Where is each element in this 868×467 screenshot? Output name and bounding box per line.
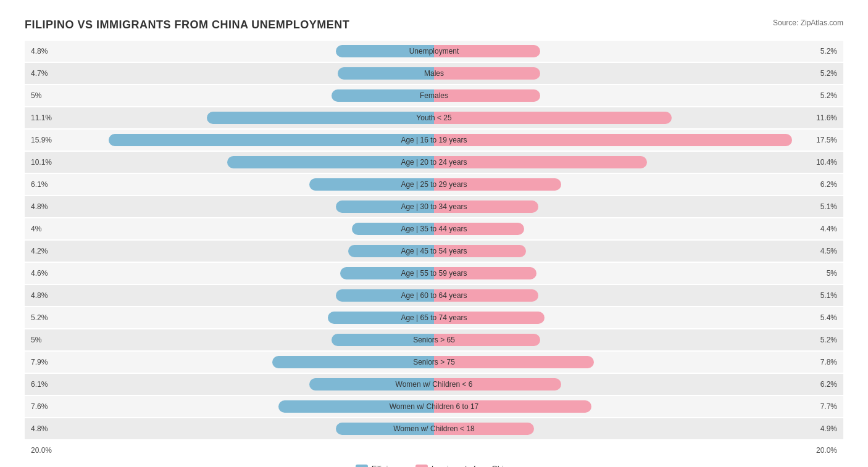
right-value: 7.8% — [820, 358, 837, 366]
left-value: 4.8% — [31, 424, 48, 433]
legend-label: Filipino — [372, 464, 397, 467]
right-value: 11.6% — [816, 114, 837, 122]
left-bar — [227, 156, 434, 168]
left-bar — [332, 334, 434, 346]
axis-left: 20.0% — [25, 446, 434, 455]
left-bar-container: 10.1% — [25, 152, 434, 173]
left-bar — [309, 378, 434, 391]
right-bar — [434, 312, 545, 324]
right-bar-container: 11.6% — [434, 107, 843, 128]
bar-row: 5%5.2%Females — [25, 85, 843, 106]
bar-row: 4.8%5.1%Age | 30 to 34 years — [25, 196, 843, 217]
bar-row: 6.1%6.2%Age | 25 to 29 years — [25, 174, 843, 195]
bar-row: 5%5.2%Seniors > 65 — [25, 329, 843, 350]
left-bar — [332, 89, 434, 102]
right-value: 10.4% — [816, 158, 837, 167]
left-bar — [336, 423, 434, 435]
left-bar-container: 5.2% — [25, 307, 434, 328]
left-value: 4.8% — [31, 291, 48, 300]
chart-title: FILIPINO VS IMMIGRANTS FROM CHINA UNEMPL… — [25, 19, 349, 31]
left-bar-container: 5% — [25, 329, 434, 350]
right-bar-container: 6.2% — [434, 374, 843, 395]
left-bar — [336, 45, 434, 57]
left-value: 4% — [31, 225, 41, 233]
legend-swatch — [415, 465, 428, 468]
left-bar — [207, 112, 434, 124]
left-bar — [352, 223, 434, 235]
right-value: 4.4% — [820, 225, 837, 233]
right-bar — [434, 45, 540, 57]
left-value: 7.6% — [31, 402, 48, 411]
left-value: 5.2% — [31, 313, 48, 322]
left-bar-container: 6.1% — [25, 374, 434, 395]
left-bar — [109, 134, 434, 146]
chart-area: 4.8%5.2%Unemployment4.7%5.2%Males5%5.2%F… — [25, 41, 843, 439]
legend-swatch — [356, 465, 368, 468]
right-value: 4.9% — [820, 424, 837, 433]
right-bar — [434, 289, 538, 302]
left-bar — [309, 178, 434, 191]
right-bar — [434, 156, 647, 168]
left-value: 4.2% — [31, 247, 48, 255]
left-value: 4.8% — [31, 202, 48, 211]
right-value: 7.7% — [820, 402, 837, 411]
left-bar-container: 6.1% — [25, 174, 434, 195]
bar-row: 4.8%5.1%Age | 60 to 64 years — [25, 285, 843, 306]
right-value: 4.5% — [820, 247, 837, 255]
left-value: 4.7% — [31, 69, 48, 78]
left-value: 7.9% — [31, 358, 48, 366]
right-bar — [434, 423, 534, 435]
left-bar — [328, 312, 434, 324]
right-value: 5.2% — [820, 336, 837, 344]
legend-item: Filipino — [356, 464, 397, 467]
bar-row: 4%4.4%Age | 35 to 44 years — [25, 218, 843, 239]
right-value: 5.2% — [820, 69, 837, 78]
right-bar-container: 4.5% — [434, 241, 843, 262]
right-value: 17.5% — [816, 136, 837, 144]
legend-label: Immigrants from China — [432, 464, 512, 467]
right-bar — [434, 356, 594, 368]
left-bar-container: 4.6% — [25, 263, 434, 284]
left-value: 10.1% — [31, 158, 52, 167]
right-bar — [434, 245, 526, 257]
right-bar — [434, 400, 591, 413]
left-bar — [278, 400, 434, 413]
bar-row: 10.1%10.4%Age | 20 to 24 years — [25, 152, 843, 173]
left-value: 6.1% — [31, 180, 48, 189]
right-bar — [434, 89, 540, 102]
bar-row: 5.2%5.4%Age | 65 to 74 years — [25, 307, 843, 328]
chart-source: Source: ZipAtlas.com — [773, 19, 843, 27]
bar-row: 7.6%7.7%Women w/ Children 6 to 17 — [25, 396, 843, 417]
right-bar — [434, 178, 561, 191]
left-bar-container: 4.8% — [25, 41, 434, 62]
left-bar-container: 4.8% — [25, 196, 434, 217]
right-bar — [434, 334, 540, 346]
right-bar-container: 5.2% — [434, 41, 843, 62]
chart-container: FILIPINO VS IMMIGRANTS FROM CHINA UNEMPL… — [12, 12, 856, 467]
right-bar — [434, 267, 536, 279]
left-bar — [338, 67, 434, 80]
right-value: 5.2% — [820, 91, 837, 100]
right-bar-container: 5.4% — [434, 307, 843, 328]
bar-row: 6.1%6.2%Women w/ Children < 6 — [25, 374, 843, 395]
bar-row: 4.8%4.9%Women w/ Children < 18 — [25, 418, 843, 439]
left-bar-container: 4.8% — [25, 418, 434, 439]
right-bar — [434, 112, 672, 124]
left-bar — [336, 289, 434, 302]
right-bar-container: 5.1% — [434, 196, 843, 217]
left-bar-container: 7.9% — [25, 352, 434, 373]
right-value: 5.1% — [820, 202, 837, 211]
left-value: 6.1% — [31, 380, 48, 389]
right-bar-container: 7.8% — [434, 352, 843, 373]
right-bar — [434, 134, 792, 146]
bar-row: 4.8%5.2%Unemployment — [25, 41, 843, 62]
bar-row: 4.6%5%Age | 55 to 59 years — [25, 263, 843, 284]
right-bar-container: 17.5% — [434, 130, 843, 151]
bar-row: 4.7%5.2%Males — [25, 63, 843, 84]
left-value: 5% — [31, 91, 41, 100]
left-value: 15.9% — [31, 136, 52, 144]
bar-row: 15.9%17.5%Age | 16 to 19 years — [25, 130, 843, 151]
left-value: 4.8% — [31, 47, 48, 56]
right-bar-container: 7.7% — [434, 396, 843, 417]
left-bar-container: 4.8% — [25, 285, 434, 306]
